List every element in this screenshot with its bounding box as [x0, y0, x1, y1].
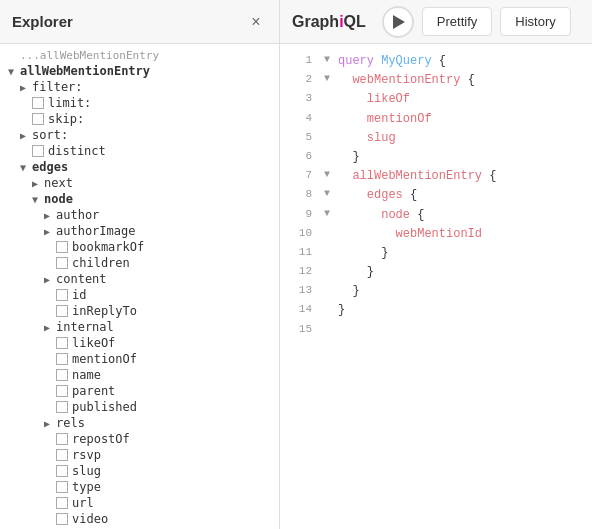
- code-text: likeOf: [338, 90, 410, 109]
- code-line: 11 }: [280, 244, 592, 263]
- code-line: 6 }: [280, 148, 592, 167]
- field-label: skip:: [48, 112, 84, 126]
- list-item[interactable]: skip:: [0, 111, 279, 127]
- list-item[interactable]: edges: [0, 159, 279, 175]
- list-item[interactable]: type: [0, 479, 279, 495]
- field-checkbox[interactable]: [56, 257, 68, 269]
- list-item[interactable]: next: [0, 175, 279, 191]
- field-checkbox[interactable]: [56, 305, 68, 317]
- code-line: 3 likeOf: [280, 90, 592, 109]
- line-number: 10: [288, 225, 312, 243]
- field-checkbox[interactable]: [56, 465, 68, 477]
- list-item[interactable]: name: [0, 367, 279, 383]
- list-item[interactable]: sort:: [0, 127, 279, 143]
- list-item[interactable]: node: [0, 191, 279, 207]
- field-label: author: [56, 208, 99, 222]
- line-number: 13: [288, 282, 312, 300]
- field-label: published: [72, 400, 137, 414]
- field-checkbox[interactable]: [56, 449, 68, 461]
- code-text: }: [338, 301, 345, 320]
- field-label: rels: [56, 416, 85, 430]
- collapse-arrow[interactable]: ▼: [324, 71, 338, 87]
- line-number: 14: [288, 301, 312, 319]
- code-line: 1 ▼ query MyQuery {: [280, 52, 592, 71]
- close-button[interactable]: ×: [245, 11, 267, 33]
- field-label: edges: [32, 160, 68, 174]
- list-item[interactable]: id: [0, 287, 279, 303]
- line-number: 1: [288, 52, 312, 70]
- list-item[interactable]: ...allWebMentionEntry: [0, 48, 279, 63]
- code-line: 12 }: [280, 263, 592, 282]
- list-item[interactable]: inReplyTo: [0, 303, 279, 319]
- collapse-arrow[interactable]: ▼: [324, 167, 338, 183]
- field-checkbox[interactable]: [56, 481, 68, 493]
- field-label: video: [72, 512, 108, 526]
- line-number: 15: [288, 321, 312, 339]
- list-item[interactable]: content: [0, 271, 279, 287]
- field-label: next: [44, 176, 73, 190]
- list-item[interactable]: limit:: [0, 95, 279, 111]
- field-label: parent: [72, 384, 115, 398]
- list-item[interactable]: rels: [0, 415, 279, 431]
- list-item[interactable]: rsvp: [0, 447, 279, 463]
- collapse-arrow[interactable]: ▼: [324, 186, 338, 202]
- field-label: node: [44, 192, 73, 206]
- code-line: 15: [280, 321, 592, 339]
- list-item[interactable]: distinct: [0, 143, 279, 159]
- list-item[interactable]: slug: [0, 463, 279, 479]
- list-item[interactable]: likeOf: [0, 335, 279, 351]
- field-checkbox[interactable]: [56, 497, 68, 509]
- field-label: allWebMentionEntry: [20, 64, 150, 78]
- list-item[interactable]: author: [0, 207, 279, 223]
- field-label: url: [72, 496, 94, 510]
- list-item[interactable]: children: [0, 255, 279, 271]
- field-checkbox[interactable]: [56, 513, 68, 525]
- list-item[interactable]: mentionOf: [0, 351, 279, 367]
- line-number: 3: [288, 90, 312, 108]
- collapse-arrow[interactable]: ▼: [324, 52, 338, 68]
- list-item[interactable]: allWebMentionEntry: [0, 63, 279, 79]
- code-line: 14 }: [280, 301, 592, 320]
- field-label: distinct: [48, 144, 106, 158]
- code-text: slug: [338, 129, 396, 148]
- field-checkbox[interactable]: [56, 353, 68, 365]
- history-button[interactable]: History: [500, 7, 570, 36]
- field-checkbox[interactable]: [56, 241, 68, 253]
- list-item[interactable]: internal: [0, 319, 279, 335]
- prettify-button[interactable]: Prettify: [422, 7, 492, 36]
- list-item[interactable]: video: [0, 511, 279, 527]
- field-checkbox[interactable]: [32, 97, 44, 109]
- field-label: content: [56, 272, 107, 286]
- field-checkbox[interactable]: [56, 433, 68, 445]
- line-number: 5: [288, 129, 312, 147]
- list-item[interactable]: published: [0, 399, 279, 415]
- field-label: likeOf: [72, 336, 115, 350]
- field-checkbox[interactable]: [56, 289, 68, 301]
- list-item[interactable]: filter:: [0, 79, 279, 95]
- explorer-title: Explorer: [12, 13, 73, 30]
- field-label: repostOf: [72, 432, 130, 446]
- field-checkbox[interactable]: [56, 385, 68, 397]
- app-header: Explorer × GraphiQL Prettify History: [0, 0, 592, 44]
- code-line: 5 slug: [280, 129, 592, 148]
- collapse-arrow[interactable]: ▼: [324, 206, 338, 222]
- field-checkbox[interactable]: [56, 369, 68, 381]
- list-item[interactable]: bookmarkOf: [0, 239, 279, 255]
- play-button[interactable]: [382, 6, 414, 38]
- field-checkbox[interactable]: [32, 113, 44, 125]
- code-text: query MyQuery {: [338, 52, 446, 71]
- list-item[interactable]: parent: [0, 383, 279, 399]
- code-line: 9 ▼ node {: [280, 206, 592, 225]
- code-editor[interactable]: 1 ▼ query MyQuery { 2 ▼ webMentionEntry …: [280, 44, 592, 529]
- field-checkbox[interactable]: [56, 401, 68, 413]
- list-item[interactable]: authorImage: [0, 223, 279, 239]
- list-item[interactable]: repostOf: [0, 431, 279, 447]
- field-checkbox[interactable]: [56, 337, 68, 349]
- field-label: mentionOf: [72, 352, 137, 366]
- expand-icon: [20, 130, 32, 141]
- field-label: name: [72, 368, 101, 382]
- list-item[interactable]: url: [0, 495, 279, 511]
- line-number: 8: [288, 186, 312, 204]
- field-label: authorImage: [56, 224, 135, 238]
- field-checkbox[interactable]: [32, 145, 44, 157]
